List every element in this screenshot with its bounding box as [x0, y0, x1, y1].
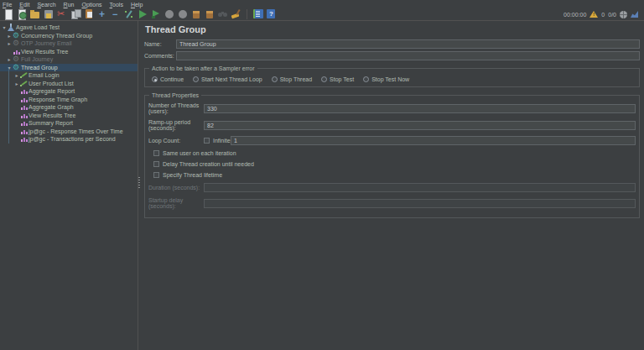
search-reset-icon[interactable] [231, 9, 242, 19]
radio-icon[interactable] [193, 76, 199, 82]
radio-selected-icon[interactable] [152, 76, 158, 82]
copy-icon[interactable] [70, 9, 80, 19]
thread-properties-group: Thread Properties Number of Threads (use… [144, 95, 640, 218]
start-icon[interactable] [138, 9, 148, 19]
panel-splitter[interactable] [138, 21, 140, 350]
new-file-icon[interactable] [3, 9, 13, 19]
tree-item-aggregate-report[interactable]: Aggregate Report [0, 87, 138, 96]
thread-group-gear-icon [13, 39, 21, 47]
menu-options[interactable]: Options [81, 2, 101, 8]
tree-item-otp-journey-email[interactable]: OTP Journey Email [0, 39, 138, 48]
radio-continue[interactable]: Continue [152, 76, 184, 82]
cut-icon[interactable] [57, 9, 67, 19]
elapsed-time: 00:00:00 [564, 12, 586, 18]
duration-label: Duration (seconds): [148, 185, 204, 191]
sampler-error-options: Continue Start Next Thread Loop Stop Thr… [148, 76, 636, 83]
page-title: Thread Group [145, 24, 640, 34]
checkbox-label: Same user on each iteration [163, 150, 236, 156]
tree-item-label: OTP Journey Email [21, 40, 72, 46]
paste-icon[interactable] [84, 9, 94, 19]
function-helper-icon[interactable] [252, 9, 262, 19]
tree-item-email-login[interactable]: Email Login [0, 71, 138, 80]
tree-item-transactions-per-second[interactable]: jp@gc - Transactions per Second [0, 135, 138, 144]
chevron-right-icon[interactable] [13, 80, 20, 87]
tree-item-label: View Results Tree [21, 49, 68, 55]
toggle-icon[interactable] [124, 9, 134, 19]
help-icon[interactable] [266, 9, 276, 19]
delay-thread-creation-option[interactable]: Delay Thread creation until needed [153, 161, 636, 167]
comments-input[interactable] [176, 51, 640, 60]
radio-label: Continue [160, 76, 184, 82]
radio-icon[interactable] [272, 76, 278, 82]
tree-item-view-results-tree-child[interactable]: View Results Tree [0, 112, 138, 120]
tree-item-concurrency-thread-group[interactable]: Concurrency Thread Group [0, 32, 138, 40]
shutdown-icon[interactable] [178, 9, 188, 19]
chevron-right-icon[interactable] [6, 55, 13, 63]
tree-item-response-times-over-time[interactable]: jp@gc - Response Times Over Time [0, 128, 138, 136]
menu-run[interactable]: Run [64, 2, 75, 8]
menu-search[interactable]: Search [37, 2, 55, 8]
log-warning-icon[interactable] [589, 11, 598, 18]
tree-item-label: Response Time Graph [29, 97, 87, 102]
sampler-icon [20, 80, 29, 87]
start-no-timers-icon[interactable] [151, 9, 161, 19]
status-cluster: 00:00:00 0 0/0 [564, 11, 641, 18]
specify-lifetime-option[interactable]: Specify Thread lifetime [153, 172, 636, 178]
warning-count: 0 [601, 12, 605, 18]
open-folder-icon[interactable] [30, 9, 40, 19]
chevron-right-icon[interactable] [6, 39, 13, 47]
loop-count-input[interactable] [231, 136, 636, 145]
tree-item-thread-group[interactable]: Thread Group [0, 64, 138, 72]
tree-item-label: Aggregate Graph [29, 104, 74, 110]
tree-item-summary-report[interactable]: Summary Report [0, 119, 138, 128]
chevron-down-icon[interactable] [6, 64, 13, 71]
chart-icon [20, 96, 29, 103]
radio-icon[interactable] [363, 76, 369, 82]
same-user-option[interactable]: Same user on each iteration [153, 150, 636, 156]
tree-item-agave-load-test[interactable]: Agave Load Test [0, 24, 138, 32]
radio-stop-test[interactable]: Stop Test [321, 76, 354, 82]
collapse-all-icon[interactable] [111, 9, 121, 19]
radio-start-next-thread-loop[interactable]: Start Next Thread Loop [193, 76, 262, 82]
num-threads-label: Number of Threads (users): [148, 102, 204, 114]
name-input[interactable] [176, 39, 640, 49]
chevron-down-icon[interactable] [1, 24, 8, 31]
radio-label: Stop Thread [280, 76, 312, 82]
chevron-right-icon[interactable] [6, 32, 13, 39]
specify-lifetime-checkbox[interactable] [153, 172, 159, 178]
infinite-checkbox[interactable] [204, 138, 210, 144]
tree-item-label: Aggregate Report [29, 88, 75, 94]
sampler-icon [20, 71, 29, 79]
main-area: Agave Load Test Concurrency Thread Group… [0, 21, 644, 350]
radio-icon[interactable] [321, 76, 327, 82]
radio-stop-thread[interactable]: Stop Thread [272, 76, 312, 82]
num-threads-input[interactable] [204, 104, 636, 113]
status-globe-icon [620, 11, 627, 18]
rampup-input[interactable] [204, 121, 636, 130]
search-icon[interactable] [218, 9, 228, 19]
tree-item-label: Email Login [29, 72, 60, 78]
stop-icon[interactable] [164, 9, 174, 19]
delay-thread-creation-checkbox[interactable] [153, 161, 159, 167]
clear-icon[interactable] [191, 9, 201, 19]
tree-item-full-journey[interactable]: Full Journey [0, 55, 138, 64]
tree-item-view-results-tree[interactable]: View Results Tree [0, 48, 138, 56]
expand-all-icon[interactable] [97, 9, 107, 19]
tree-item-user-product-list[interactable]: User Product List [0, 80, 138, 88]
tree-item-label: Thread Group [21, 65, 58, 71]
chart-icon [20, 135, 29, 143]
save-icon[interactable] [44, 9, 54, 19]
infinite-option[interactable]: Infinite [204, 138, 231, 144]
tree-item-aggregate-graph[interactable]: Aggregate Graph [0, 103, 138, 112]
clear-all-icon[interactable] [205, 9, 215, 19]
menu-file[interactable]: File [3, 2, 12, 8]
same-user-checkbox[interactable] [153, 150, 159, 156]
templates-icon[interactable] [17, 9, 27, 19]
menu-edit[interactable]: Edit [19, 2, 29, 8]
chevron-right-icon[interactable] [13, 71, 20, 79]
menu-help[interactable]: Help [131, 2, 143, 8]
tree-item-response-time-graph[interactable]: Response Time Graph [0, 96, 138, 104]
menu-tools[interactable]: Tools [110, 2, 123, 8]
radio-stop-test-now[interactable]: Stop Test Now [363, 76, 409, 82]
tree-item-label: jp@gc - Transactions per Second [29, 136, 116, 142]
